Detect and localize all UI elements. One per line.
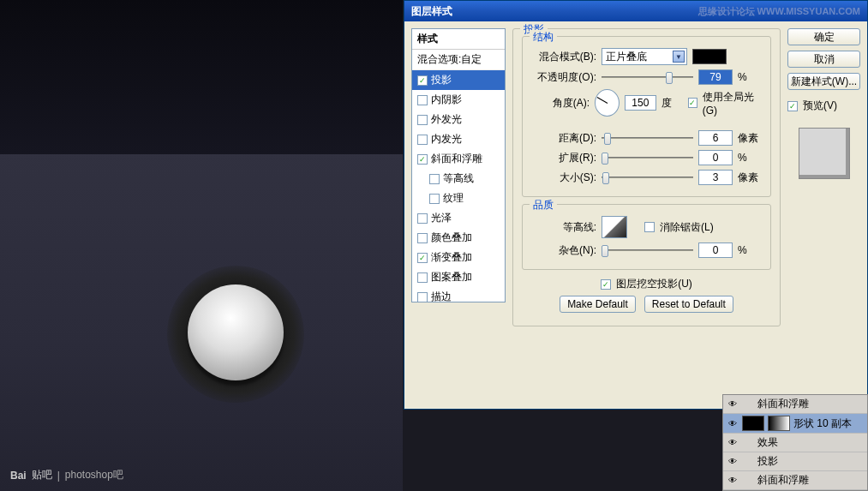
layer-thumb: [742, 416, 764, 431]
noise-slider[interactable]: [602, 243, 693, 257]
style-item-0[interactable]: ✓投影: [412, 70, 505, 90]
style-label: 外发光: [431, 112, 462, 127]
style-label: 内阴影: [431, 93, 462, 107]
reset-default-button[interactable]: Reset to Default: [644, 296, 733, 313]
opacity-value[interactable]: 79: [698, 69, 733, 85]
style-item-9[interactable]: ✓渐变叠加: [412, 248, 505, 267]
spread-slider[interactable]: [602, 151, 693, 165]
artwork-button: [167, 266, 304, 403]
size-value[interactable]: 3: [698, 170, 733, 185]
antialias-check[interactable]: [644, 222, 655, 232]
distance-value[interactable]: 6: [698, 130, 733, 146]
style-label: 光泽: [431, 211, 452, 225]
spread-value[interactable]: 0: [698, 150, 733, 165]
contour-swatch[interactable]: [602, 216, 627, 238]
eye-icon[interactable]: 👁: [727, 399, 739, 410]
styles-header: 样式: [412, 29, 505, 50]
preview-label: 预览(V): [803, 99, 837, 113]
eye-icon[interactable]: 👁: [727, 438, 739, 448]
style-item-1[interactable]: 内阴影: [412, 90, 505, 110]
global-light-check[interactable]: ✓: [688, 98, 697, 108]
distance-slider[interactable]: [602, 131, 693, 145]
layer-row-3[interactable]: 👁投影: [723, 452, 867, 471]
angle-value[interactable]: 150: [625, 95, 656, 111]
style-label: 纹理: [443, 191, 464, 206]
new-style-button[interactable]: 新建样式(W)...: [787, 73, 860, 90]
cancel-button[interactable]: 取消: [787, 51, 860, 68]
layer-label: 形状 10 副本: [793, 416, 852, 431]
blend-options[interactable]: 混合选项:自定: [412, 50, 505, 70]
style-check[interactable]: ✓: [417, 75, 428, 86]
style-check[interactable]: [417, 213, 428, 224]
noise-label: 杂色(N):: [531, 243, 596, 258]
eye-icon[interactable]: 👁: [727, 457, 739, 467]
style-item-7[interactable]: 光泽: [412, 208, 505, 228]
dialog-titlebar[interactable]: 图层样式 思缘设计论坛 WWW.MISSYUAN.COM: [404, 1, 867, 21]
canvas-area: [0, 0, 403, 491]
style-check[interactable]: [417, 135, 428, 145]
make-default-button[interactable]: Make Default: [560, 296, 636, 313]
structure-label: 结构: [530, 30, 557, 45]
style-label: 投影: [431, 73, 452, 87]
style-check[interactable]: ✓: [417, 154, 428, 165]
style-item-6[interactable]: 纹理: [412, 189, 505, 208]
layer-style-dialog: 图层样式 思缘设计论坛 WWW.MISSYUAN.COM 样式 混合选项:自定 …: [404, 0, 868, 410]
layer-row-4[interactable]: 👁斜面和浮雕: [723, 471, 867, 490]
preview-check[interactable]: ✓: [787, 101, 798, 111]
opacity-label: 不透明度(O):: [531, 70, 596, 85]
layer-label: 投影: [757, 454, 778, 469]
preview-swatch: [799, 128, 850, 179]
angle-label: 角度(A):: [531, 96, 590, 111]
style-item-3[interactable]: 内发光: [412, 129, 505, 149]
style-label: 等高线: [443, 171, 474, 186]
watermark-text: 思缘设计论坛 WWW.MISSYUAN.COM: [698, 5, 860, 18]
style-label: 斜面和浮雕: [431, 152, 482, 166]
style-label: 图案叠加: [431, 270, 472, 284]
canvas-dark-top: [0, 0, 403, 154]
footer-watermark: Bai 贴吧 | photoshop吧: [10, 468, 123, 482]
style-check[interactable]: [417, 272, 428, 283]
style-item-5[interactable]: 等高线: [412, 169, 505, 189]
style-check[interactable]: [429, 194, 440, 204]
style-label: 内发光: [431, 132, 462, 147]
layer-label: 斜面和浮雕: [757, 473, 809, 488]
style-check[interactable]: [417, 233, 428, 243]
angle-dial[interactable]: [595, 89, 620, 117]
layer-label: 效果: [757, 435, 778, 450]
style-check[interactable]: [429, 174, 440, 184]
dialog-title: 图层样式: [411, 4, 452, 19]
noise-value[interactable]: 0: [698, 243, 733, 258]
knockout-check[interactable]: ✓: [601, 279, 611, 290]
style-label: 颜色叠加: [431, 231, 472, 245]
contour-label: 等高线:: [531, 220, 596, 235]
style-item-10[interactable]: 图案叠加: [412, 267, 505, 287]
layer-row-2[interactable]: 👁效果: [723, 434, 867, 452]
size-slider[interactable]: [602, 171, 693, 184]
layers-panel: 👁斜面和浮雕👁形状 10 副本👁效果👁投影👁斜面和浮雕: [722, 394, 868, 491]
layer-label: 斜面和浮雕: [757, 397, 809, 411]
chevron-down-icon: ▼: [673, 51, 685, 63]
ok-button[interactable]: 确定: [787, 28, 860, 45]
style-item-2[interactable]: 外发光: [412, 110, 505, 129]
opacity-slider[interactable]: [602, 70, 693, 84]
side-buttons: 确定 取消 新建样式(W)... ✓ 预览(V): [787, 28, 860, 402]
style-item-11[interactable]: 描边: [412, 287, 505, 307]
style-check[interactable]: [417, 115, 428, 125]
eye-icon[interactable]: 👁: [727, 476, 739, 486]
eye-icon[interactable]: 👁: [727, 418, 739, 428]
color-swatch[interactable]: [692, 49, 727, 64]
style-check[interactable]: ✓: [417, 253, 428, 263]
layer-row-1[interactable]: 👁形状 10 副本: [723, 414, 867, 434]
layer-mask-thumb: [768, 416, 790, 431]
style-check[interactable]: [417, 292, 428, 302]
global-light-label: 使用全局光(G): [703, 90, 762, 117]
main-panel: 投影 结构 混合模式(B): 正片叠底 ▼ 不透明度(O): 7: [512, 28, 781, 402]
style-check[interactable]: [417, 95, 428, 105]
blend-mode-combo[interactable]: 正片叠底 ▼: [602, 48, 687, 65]
style-item-4[interactable]: ✓斜面和浮雕: [412, 149, 505, 169]
knockout-label: 图层挖空投影(U): [616, 277, 692, 291]
layer-row-0[interactable]: 👁斜面和浮雕: [723, 395, 867, 414]
style-item-8[interactable]: 颜色叠加: [412, 228, 505, 248]
style-label: 描边: [431, 290, 452, 304]
spread-label: 扩展(R):: [531, 151, 596, 165]
